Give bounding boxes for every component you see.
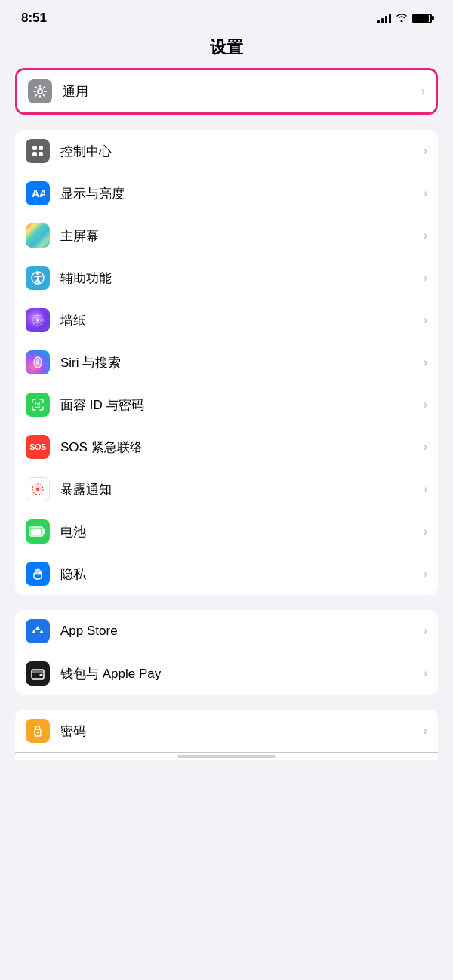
- appstore-icon: [26, 619, 50, 643]
- signal-icon: [378, 13, 391, 23]
- privacy-chevron: ›: [424, 567, 427, 581]
- settings-group-general: 通用 ›: [15, 68, 438, 115]
- svg-text:AA: AA: [32, 187, 45, 199]
- homescreen-chevron: ›: [424, 229, 427, 242]
- siri-chevron: ›: [424, 356, 427, 369]
- settings-group-display: 控制中心 › AA 显示与亮度 › 主屏幕 ›: [15, 130, 438, 595]
- settings-item-homescreen[interactable]: 主屏幕 ›: [15, 214, 438, 257]
- settings-item-siri[interactable]: Siri 与搜索 ›: [15, 341, 438, 384]
- svg-point-22: [37, 732, 39, 734]
- wallpaper-icon: [26, 308, 50, 332]
- exposure-chevron: ›: [424, 482, 427, 496]
- settings-item-wallpaper[interactable]: 墙纸 ›: [15, 299, 438, 341]
- display-icon: AA: [26, 181, 50, 205]
- battery-label: 电池: [60, 523, 424, 541]
- settings-item-display[interactable]: AA 显示与亮度 ›: [15, 172, 438, 214]
- svg-rect-17: [31, 529, 42, 535]
- privacy-label: 隐私: [60, 566, 424, 583]
- accessibility-icon: [26, 266, 50, 290]
- settings-group-passwords: 密码 ›: [15, 710, 438, 760]
- settings-item-appstore[interactable]: App Store ›: [15, 610, 438, 652]
- siri-icon: [26, 350, 50, 374]
- appstore-label: App Store: [60, 624, 424, 639]
- settings-item-passwords[interactable]: 密码 ›: [15, 710, 438, 752]
- svg-rect-19: [32, 670, 44, 673]
- control-center-chevron: ›: [424, 144, 427, 158]
- status-time: 8:51: [21, 11, 47, 26]
- exposure-icon: [26, 477, 50, 501]
- appstore-chevron: ›: [424, 624, 427, 638]
- sos-chevron: ›: [424, 440, 427, 454]
- page-title: 设置: [0, 36, 453, 59]
- svg-point-20: [40, 674, 42, 676]
- wallet-chevron: ›: [424, 667, 427, 680]
- svg-point-12: [36, 359, 39, 365]
- accessibility-chevron: ›: [424, 271, 427, 285]
- siri-label: Siri 与搜索: [60, 354, 424, 371]
- sos-label: SOS 紧急联络: [60, 439, 424, 456]
- settings-group-apps: App Store › 钱包与 Apple Pay ›: [15, 610, 438, 695]
- settings-item-wallet[interactable]: 钱包与 Apple Pay ›: [15, 652, 438, 695]
- svg-rect-4: [39, 152, 43, 156]
- battery-chevron: ›: [424, 525, 427, 538]
- svg-point-15: [36, 488, 39, 491]
- page-title-bar: 设置: [0, 30, 453, 68]
- homescreen-label: 主屏幕: [60, 227, 424, 245]
- accessibility-label: 辅助功能: [60, 270, 424, 287]
- svg-rect-2: [39, 146, 43, 150]
- control-center-icon: [26, 139, 50, 163]
- homescreen-icon: [26, 223, 50, 248]
- battery-status-icon: [412, 14, 432, 23]
- status-icons: [378, 12, 432, 24]
- settings-item-sos[interactable]: SOS SOS 紧急联络 ›: [15, 426, 438, 468]
- wallet-icon: [26, 661, 50, 686]
- passwords-icon: [26, 719, 50, 743]
- wallpaper-chevron: ›: [424, 313, 427, 327]
- settings-item-faceid[interactable]: 面容 ID 与密码 ›: [15, 384, 438, 426]
- display-label: 显示与亮度: [60, 185, 424, 202]
- settings-item-general[interactable]: 通用 ›: [17, 70, 436, 112]
- battery-icon: [26, 519, 50, 544]
- sos-icon: SOS: [26, 435, 50, 459]
- svg-rect-1: [32, 146, 37, 150]
- home-indicator-bar: [15, 752, 438, 760]
- settings-item-privacy[interactable]: 隐私 ›: [15, 553, 438, 595]
- wallpaper-label: 墙纸: [60, 312, 424, 329]
- faceid-label: 面容 ID 与密码: [60, 396, 424, 414]
- general-chevron: ›: [421, 85, 425, 98]
- svg-point-10: [37, 319, 39, 322]
- faceid-icon: [26, 393, 50, 417]
- home-indicator: [177, 755, 276, 758]
- faceid-chevron: ›: [424, 398, 427, 411]
- wifi-icon: [396, 12, 408, 24]
- svg-rect-3: [32, 152, 37, 156]
- passwords-label: 密码: [60, 723, 424, 740]
- settings-item-accessibility[interactable]: 辅助功能 ›: [15, 257, 438, 299]
- status-bar: 8:51: [0, 0, 453, 30]
- exposure-label: 暴露通知: [60, 481, 424, 498]
- general-icon: [28, 79, 52, 103]
- settings-item-control-center[interactable]: 控制中心 ›: [15, 130, 438, 172]
- general-label: 通用: [63, 83, 421, 100]
- passwords-chevron: ›: [424, 724, 427, 738]
- control-center-label: 控制中心: [60, 143, 424, 160]
- wallet-label: 钱包与 Apple Pay: [60, 665, 424, 683]
- privacy-icon: [26, 562, 50, 586]
- settings-item-exposure[interactable]: 暴露通知 ›: [15, 468, 438, 510]
- settings-item-battery[interactable]: 电池 ›: [15, 510, 438, 553]
- display-chevron: ›: [424, 186, 427, 200]
- svg-point-0: [38, 89, 42, 94]
